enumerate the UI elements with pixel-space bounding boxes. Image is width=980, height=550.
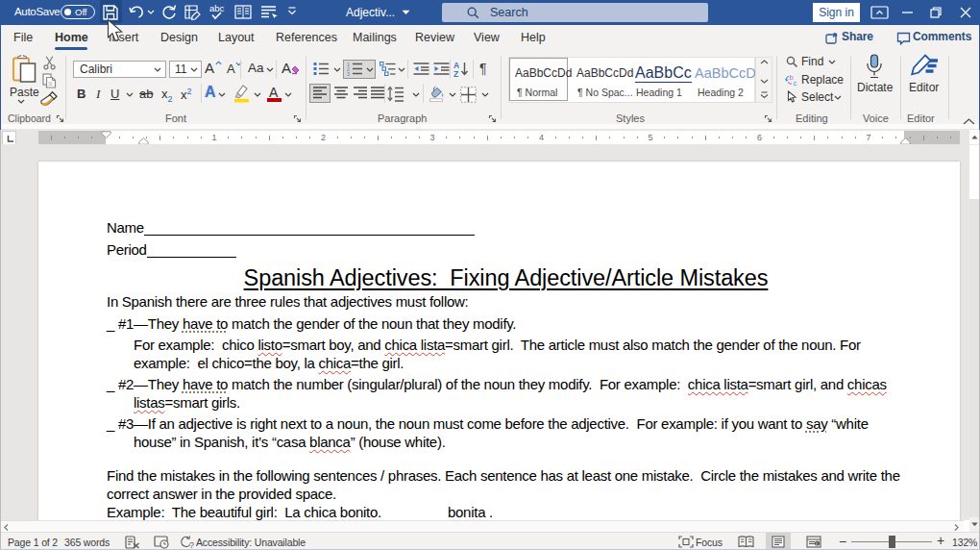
svg-text:i: i — [816, 540, 817, 546]
svg-text:3: 3 — [347, 71, 350, 77]
svg-text:?: ? — [189, 540, 194, 549]
svg-text:c: c — [794, 79, 797, 88]
svg-text:Z: Z — [453, 69, 458, 78]
svg-text:abc: abc — [209, 3, 225, 13]
